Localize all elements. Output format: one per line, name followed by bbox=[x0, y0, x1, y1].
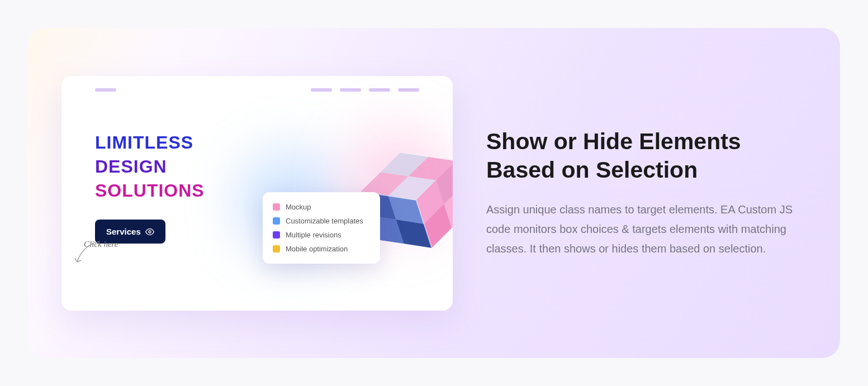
eye-icon bbox=[145, 227, 154, 236]
color-swatch-icon bbox=[273, 203, 280, 211]
hero-title: LIMITLESS DESIGN SOLUTIONS bbox=[95, 131, 205, 203]
services-button-label: Services bbox=[106, 227, 141, 236]
section-description: Assign unique class names to target elem… bbox=[486, 200, 801, 259]
color-swatch-icon bbox=[273, 217, 280, 225]
hero-line-1: LIMITLESS bbox=[95, 131, 205, 155]
color-swatch-icon bbox=[273, 245, 280, 252]
nav-placeholder bbox=[61, 76, 453, 92]
feature-item: Multiple revisions bbox=[273, 228, 370, 242]
feature-label: Customizable templates bbox=[286, 217, 363, 225]
feature-label: Mockup bbox=[286, 203, 311, 211]
color-swatch-icon bbox=[273, 231, 280, 239]
hero-line-3: SOLUTIONS bbox=[95, 179, 205, 203]
feature-popup: Mockup Customizable templates Multiple r… bbox=[263, 192, 380, 264]
hero-line-2: DESIGN bbox=[95, 155, 205, 179]
svg-point-0 bbox=[149, 231, 151, 233]
feature-section: LIMITLESS DESIGN SOLUTIONS Services Clic… bbox=[28, 28, 840, 358]
feature-label: Multiple revisions bbox=[286, 231, 341, 239]
feature-item: Mockup bbox=[273, 200, 370, 214]
arrow-icon bbox=[72, 237, 105, 270]
section-title: Show or Hide Elements Based on Selection bbox=[486, 127, 801, 185]
hero-visual: Mockup Customizable templates Multiple r… bbox=[229, 103, 453, 304]
text-column: Show or Hide Elements Based on Selection… bbox=[486, 127, 812, 259]
feature-label: Mobile optimization bbox=[286, 245, 348, 253]
preview-card: LIMITLESS DESIGN SOLUTIONS Services Clic… bbox=[61, 76, 453, 311]
feature-item: Mobile optimization bbox=[273, 242, 370, 256]
feature-item: Customizable templates bbox=[273, 214, 370, 228]
